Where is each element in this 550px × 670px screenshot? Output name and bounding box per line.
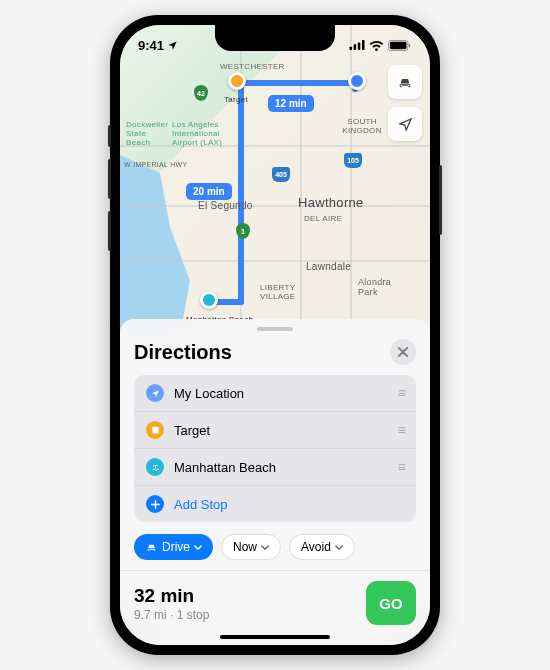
- add-stop-button[interactable]: Add Stop: [134, 486, 416, 522]
- map-label: Los Angeles International Airport (LAX): [172, 120, 234, 147]
- phone-side-buttons-left: [108, 125, 111, 263]
- status-time: 9:41: [138, 38, 164, 53]
- location-arrow-icon: [398, 117, 413, 132]
- avoid-options-button[interactable]: Avoid: [289, 534, 355, 560]
- map-label: Lawndale: [306, 261, 351, 272]
- divider: [120, 570, 430, 571]
- current-location-pin[interactable]: [348, 72, 366, 90]
- beach-icon: [151, 463, 160, 472]
- chevron-down-icon: [335, 545, 343, 550]
- notch: [215, 25, 335, 51]
- map-label: Dockweiler State Beach: [126, 120, 170, 147]
- route-shield: 42: [194, 85, 208, 101]
- drag-handle-icon[interactable]: ≡: [398, 459, 404, 475]
- summary-time: 32 min: [134, 585, 209, 607]
- transport-mode-button[interactable]: Drive: [134, 534, 213, 560]
- avoid-label: Avoid: [301, 540, 331, 554]
- svg-rect-1: [354, 44, 357, 50]
- drag-handle-icon[interactable]: ≡: [398, 385, 404, 401]
- summary-subtext: 9.7 mi · 1 stop: [134, 608, 209, 622]
- highway-shield: 405: [272, 167, 290, 182]
- stop-row-target[interactable]: Target ≡: [134, 412, 416, 449]
- route-shield: 1: [236, 223, 250, 239]
- map-label: El Segundo: [198, 200, 253, 211]
- close-button[interactable]: [390, 339, 416, 365]
- map-canvas[interactable]: 12 min 20 min Target Manhattan Beach WES…: [120, 25, 430, 335]
- map-locate-button[interactable]: [388, 107, 422, 141]
- plus-icon: [151, 500, 160, 509]
- svg-rect-2: [358, 43, 361, 51]
- svg-rect-3: [362, 40, 365, 50]
- stop-row-my-location[interactable]: My Location ≡: [134, 375, 416, 412]
- map-label: WESTCHESTER: [220, 62, 285, 71]
- stop-row-manhattan-beach[interactable]: Manhattan Beach ≡: [134, 449, 416, 486]
- directions-sheet[interactable]: Directions My Location ≡ Target ≡: [120, 319, 430, 645]
- map-label: Alondra Park: [358, 277, 398, 297]
- route-time-badge-1[interactable]: 12 min: [268, 95, 314, 112]
- home-indicator[interactable]: [220, 635, 330, 639]
- stop-pin-target[interactable]: [228, 72, 246, 90]
- location-arrow-icon: [151, 389, 160, 398]
- map-mode-button[interactable]: [388, 65, 422, 99]
- add-stop-label: Add Stop: [174, 497, 404, 512]
- phone-side-button-right: [439, 165, 442, 235]
- map-stop-label-target: Target: [224, 95, 248, 104]
- stop-label: Manhattan Beach: [174, 460, 388, 475]
- car-icon: [396, 75, 414, 89]
- wifi-icon: [369, 40, 384, 51]
- car-icon: [145, 542, 158, 552]
- map-label: W IMPERIAL HWY: [124, 161, 187, 168]
- route-summary: 32 min 9.7 mi · 1 stop: [134, 585, 209, 622]
- time-label: Now: [233, 540, 257, 554]
- map-label: SOUTH KINGDON: [337, 117, 387, 135]
- store-icon: [151, 426, 160, 435]
- svg-rect-6: [409, 43, 410, 47]
- depart-time-button[interactable]: Now: [221, 534, 281, 560]
- mode-label: Drive: [162, 540, 190, 554]
- highway-shield: 105: [344, 153, 362, 168]
- svg-rect-0: [350, 47, 353, 50]
- location-arrow-icon: [167, 40, 178, 51]
- drag-handle-icon[interactable]: ≡: [398, 422, 404, 438]
- sheet-grabber[interactable]: [257, 327, 293, 331]
- go-button[interactable]: GO: [366, 581, 416, 625]
- svg-rect-7: [152, 429, 158, 434]
- map-label: Hawthorne: [298, 195, 364, 210]
- stop-pin-manhattan-beach[interactable]: [200, 291, 218, 309]
- route-time-badge-2[interactable]: 20 min: [186, 183, 232, 200]
- sheet-title: Directions: [134, 341, 232, 364]
- stops-list: My Location ≡ Target ≡ Manhattan Beach ≡…: [134, 375, 416, 522]
- map-label: DEL AIRE: [304, 214, 342, 223]
- screen: 9:41 12 min 20 min: [120, 25, 430, 645]
- map-label: LIBERTY VILLAGE: [260, 283, 298, 301]
- battery-icon: [388, 40, 412, 51]
- phone-frame: 9:41 12 min 20 min: [110, 15, 440, 655]
- close-icon: [398, 347, 408, 357]
- stop-label: My Location: [174, 386, 388, 401]
- svg-rect-5: [390, 41, 407, 48]
- signal-icon: [349, 40, 365, 50]
- chevron-down-icon: [261, 545, 269, 550]
- chevron-down-icon: [194, 545, 202, 550]
- stop-label: Target: [174, 423, 388, 438]
- go-label: GO: [379, 595, 402, 612]
